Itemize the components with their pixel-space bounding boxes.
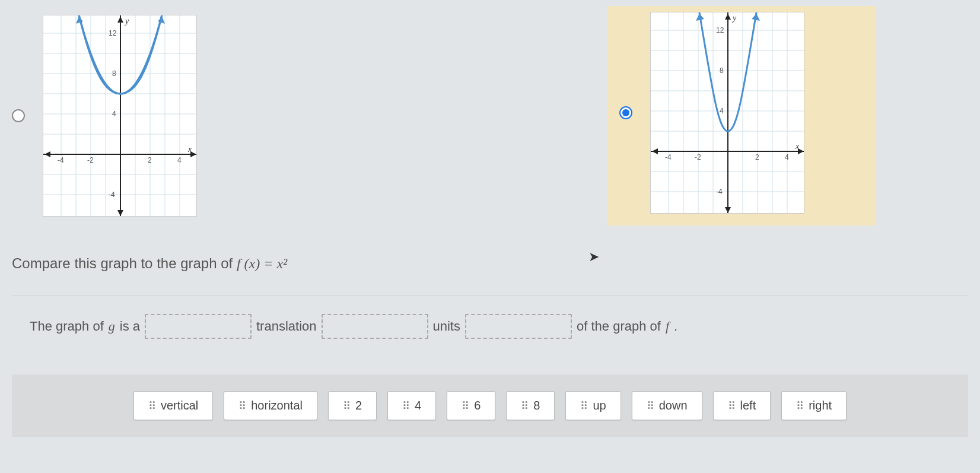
tile-label: vertical	[161, 399, 198, 412]
tile-down[interactable]: ⠿down	[632, 391, 702, 420]
grip-icon: ⠿	[402, 399, 409, 412]
svg-text:8: 8	[112, 69, 116, 78]
tile-4[interactable]: ⠿4	[387, 391, 436, 420]
ans-var-f: f	[666, 319, 669, 334]
svg-marker-56	[652, 148, 658, 154]
tile-right[interactable]: ⠿right	[781, 391, 847, 420]
drop-zone-2[interactable]	[322, 314, 428, 339]
tile-label: up	[593, 399, 606, 412]
graph-options-row: -4 -2 2 4 4 8 12 -4 y x	[12, 6, 968, 226]
tile-label: 6	[474, 399, 481, 412]
option-a-graph: -4 -2 2 4 4 8 12 -4 y x	[43, 15, 197, 217]
svg-text:y: y	[124, 17, 129, 26]
grip-icon: ⠿	[580, 399, 587, 412]
tile-label: 2	[355, 399, 362, 412]
svg-text:12: 12	[716, 26, 724, 34]
svg-text:2: 2	[148, 156, 152, 164]
svg-marker-20	[44, 151, 50, 157]
svg-text:8: 8	[720, 66, 724, 75]
svg-marker-35	[158, 17, 165, 24]
svg-text:4: 4	[720, 107, 724, 115]
svg-marker-71	[752, 14, 760, 21]
grip-icon: ⠿	[521, 399, 527, 412]
option-b-graph: -4 -2 2 4 4 8 12 -4 y x	[650, 12, 804, 214]
svg-text:-4: -4	[58, 156, 64, 164]
tile-up[interactable]: ⠿up	[565, 391, 621, 420]
svg-text:y: y	[731, 14, 737, 23]
prompt-text: Compare this graph to the graph of f (x)…	[12, 255, 968, 272]
grip-icon: ⠿	[647, 399, 653, 412]
svg-text:-4: -4	[665, 153, 672, 161]
grip-icon: ⠿	[343, 399, 349, 412]
drop-zone-3[interactable]	[465, 314, 572, 339]
tile-label: down	[659, 399, 688, 412]
tile-left[interactable]: ⠿left	[713, 391, 771, 420]
svg-text:4: 4	[112, 110, 116, 118]
option-b: -4 -2 2 4 4 8 12 -4 y x	[607, 6, 876, 226]
svg-text:4: 4	[177, 156, 182, 164]
svg-marker-58	[725, 14, 731, 20]
svg-text:-4: -4	[109, 191, 115, 199]
ans-part1: The graph of	[30, 319, 104, 334]
svg-marker-59	[725, 207, 731, 213]
ans-part5: of the graph of	[577, 319, 661, 334]
svg-marker-70	[696, 14, 704, 21]
svg-text:-2: -2	[87, 156, 94, 164]
grip-icon: ⠿	[728, 399, 734, 412]
svg-text:-2: -2	[695, 153, 701, 161]
tile-label: 8	[533, 399, 540, 412]
svg-text:12: 12	[109, 29, 117, 37]
option-a: -4 -2 2 4 4 8 12 -4 y x	[12, 6, 197, 226]
svg-text:2: 2	[755, 153, 759, 161]
svg-marker-23	[117, 210, 123, 216]
svg-marker-22	[117, 17, 123, 23]
svg-text:x: x	[187, 145, 192, 154]
tile-label: 4	[415, 399, 421, 412]
prompt-prefix: Compare this graph to the graph of	[12, 255, 237, 271]
option-b-radio[interactable]	[619, 106, 632, 119]
ans-part2: is a	[120, 319, 140, 334]
grip-icon: ⠿	[238, 399, 245, 412]
grip-icon: ⠿	[796, 399, 803, 412]
tile-vertical[interactable]: ⠿vertical	[133, 391, 213, 420]
tile-bank: ⠿vertical ⠿horizontal ⠿2 ⠿4 ⠿6 ⠿8 ⠿up ⠿d…	[12, 374, 968, 437]
ans-part4: units	[433, 319, 460, 334]
ans-var-g: g	[109, 319, 115, 334]
svg-marker-34	[76, 17, 83, 24]
tile-8[interactable]: ⠿8	[506, 391, 555, 420]
option-a-radio[interactable]	[12, 109, 25, 122]
tile-label: left	[740, 399, 756, 412]
prompt-function: f (x) = x²	[237, 256, 287, 271]
ans-part3: translation	[256, 319, 317, 334]
tile-horizontal[interactable]: ⠿horizontal	[224, 391, 317, 420]
grip-icon: ⠿	[148, 399, 155, 412]
grip-icon: ⠿	[462, 399, 468, 412]
drop-zone-1[interactable]	[145, 314, 252, 339]
tile-6[interactable]: ⠿6	[447, 391, 495, 420]
tile-2[interactable]: ⠿2	[328, 391, 377, 420]
svg-text:-4: -4	[716, 188, 723, 196]
separator	[12, 296, 968, 296]
tile-label: right	[809, 399, 832, 412]
svg-text:x: x	[795, 142, 800, 151]
ans-part6: .	[674, 319, 677, 334]
answer-sentence: The graph of g is a translation units of…	[30, 314, 968, 339]
tile-label: horizontal	[251, 399, 303, 412]
svg-text:4: 4	[785, 153, 789, 161]
